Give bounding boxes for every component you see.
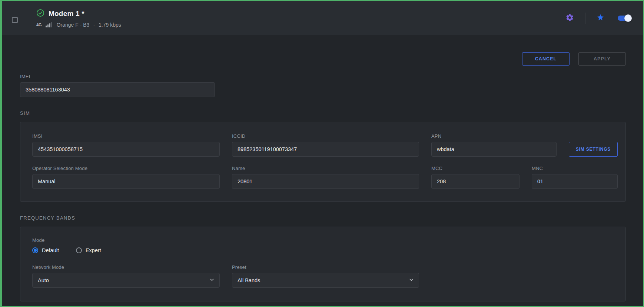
header-divider <box>585 13 585 24</box>
name-field: Name <box>232 166 419 189</box>
modem-enable-toggle[interactable] <box>618 15 633 21</box>
imei-input[interactable] <box>20 82 215 97</box>
mcc-field: MCC <box>431 166 519 189</box>
form-actions: CANCEL APPLY <box>20 52 626 66</box>
iccid-label: ICCID <box>232 133 419 139</box>
operator-mode-label: Operator Selection Mode <box>32 166 220 171</box>
chevron-down-icon <box>408 277 414 284</box>
iccid-field: ICCID <box>232 133 419 157</box>
network-mode-field: Network Mode Auto <box>32 264 220 288</box>
mcc-label: MCC <box>431 166 519 171</box>
network-mode-select[interactable]: Auto <box>32 273 220 288</box>
network-mode-value: Auto <box>38 277 49 283</box>
apn-label: APN <box>431 133 557 139</box>
header-actions <box>564 12 633 24</box>
imei-label: IMEI <box>20 74 215 79</box>
chevron-down-icon <box>209 277 215 284</box>
mnc-label: MNC <box>532 166 618 171</box>
imsi-input[interactable] <box>32 142 220 157</box>
gear-icon <box>565 13 574 23</box>
network-type-label: 4G <box>36 23 42 27</box>
mode-radio-expert[interactable] <box>76 247 82 253</box>
cancel-button[interactable]: CANCEL <box>522 52 570 66</box>
mode-radio-group: Default Expert <box>32 247 614 253</box>
apply-button[interactable]: APPLY <box>578 52 626 66</box>
mode-option-default[interactable]: Default <box>32 247 59 253</box>
iccid-input[interactable] <box>232 142 419 157</box>
signal-strength-icon <box>46 22 52 27</box>
operator-mode-input[interactable] <box>32 174 220 189</box>
mnc-field: MNC <box>532 166 618 189</box>
apn-field: APN <box>431 133 557 157</box>
preset-label: Preset <box>232 264 419 270</box>
preset-field: Preset All Bands <box>232 264 419 288</box>
operator-label: Orange F - B3 <box>57 22 90 28</box>
apn-input[interactable] <box>431 142 557 157</box>
modem-select-checkbox[interactable] <box>12 17 18 23</box>
preset-select[interactable]: All Bands <box>232 273 419 288</box>
speed-label: 1.79 kbps <box>99 22 121 28</box>
name-label: Name <box>232 166 419 171</box>
star-icon <box>597 14 604 23</box>
mode-option-expert[interactable]: Expert <box>76 247 101 253</box>
imsi-label: IMSI <box>32 133 220 139</box>
modem-title: Modem 1 * <box>49 10 84 18</box>
main-content: CANCEL APPLY IMEI SIM IMSI ICCID APN <box>2 52 643 301</box>
operator-mode-field: Operator Selection Mode <box>32 166 220 189</box>
preset-value: All Bands <box>238 277 260 283</box>
imsi-field: IMSI <box>32 133 220 157</box>
modem-header: Modem 1 * 4G Orange F - B3 · 1.79 kbps <box>2 1 643 35</box>
frequency-card: Mode Default Expert Network Mode Auto <box>20 227 626 301</box>
mnc-input[interactable] <box>532 174 618 189</box>
network-mode-label: Network Mode <box>32 264 220 270</box>
mcc-input[interactable] <box>431 174 519 189</box>
mode-radio-default[interactable] <box>32 247 38 253</box>
sim-settings-button[interactable]: SIM SETTINGS <box>569 142 618 157</box>
sim-card: IMSI ICCID APN SIM SETTINGS Operator Sel… <box>20 122 626 202</box>
modem-settings-page: Modem 1 * 4G Orange F - B3 · 1.79 kbps <box>0 0 644 307</box>
mode-option-default-label: Default <box>42 247 59 253</box>
mode-label: Mode <box>32 237 614 243</box>
imei-field: IMEI <box>20 74 215 97</box>
mode-option-expert-label: Expert <box>86 247 101 253</box>
dot-separator: · <box>93 22 95 28</box>
status-check-circle-icon <box>36 9 44 19</box>
frequency-section-title: FREQUENCY BANDS <box>20 215 626 221</box>
settings-button[interactable] <box>564 12 575 24</box>
favorite-button[interactable] <box>595 12 606 24</box>
sim-section-title: SIM <box>20 110 626 116</box>
name-input[interactable] <box>232 174 419 189</box>
modem-info: Modem 1 * 4G Orange F - B3 · 1.79 kbps <box>36 9 121 28</box>
